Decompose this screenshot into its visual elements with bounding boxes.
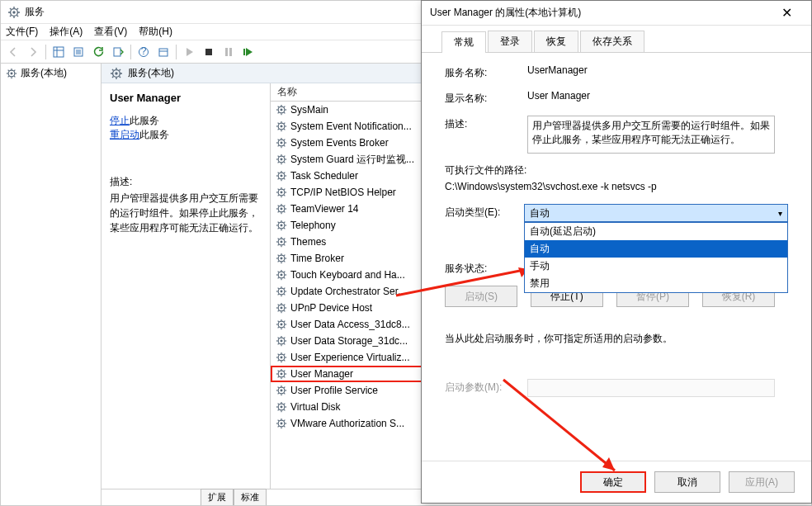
opt-disabled[interactable]: 禁用 — [525, 275, 787, 292]
svg-rect-20 — [159, 49, 168, 56]
tab-standard[interactable]: 标准 — [234, 489, 267, 505]
service-name: UPnP Device Host — [290, 302, 372, 314]
restart-link[interactable]: 重启动 — [110, 129, 139, 140]
gear-icon — [276, 187, 287, 198]
service-name: System Event Notification... — [290, 121, 412, 132]
close-icon[interactable]: ✕ — [770, 5, 803, 21]
gear-icon — [276, 104, 287, 116]
gear-icon — [276, 253, 287, 264]
service-name: User Profile Service — [290, 385, 378, 396]
gear-icon — [276, 154, 287, 165]
dialog-tabs: 常规 登录 恢复 依存关系 — [422, 26, 811, 53]
tab-logon[interactable]: 登录 — [488, 31, 532, 52]
apply-button: 应用(A) — [729, 471, 795, 493]
desc-label: 描述: — [445, 116, 527, 131]
start-param-input — [527, 379, 775, 397]
param-label: 启动参数(M): — [445, 379, 527, 395]
window-title: 服务 — [25, 5, 45, 19]
description-label: 描述: — [110, 175, 262, 189]
service-name: Themes — [290, 236, 326, 248]
export-button[interactable] — [109, 43, 127, 61]
service-name: TeamViewer 14 — [290, 203, 359, 215]
stop-service-button[interactable] — [200, 43, 218, 61]
gear-icon — [276, 302, 287, 314]
gear-icon — [276, 401, 287, 413]
menu-view[interactable]: 查看(V) — [94, 25, 127, 39]
app-icon — [7, 6, 21, 19]
dialog-titlebar[interactable]: User Manager 的属性(本地计算机) ✕ — [422, 1, 811, 26]
gear-icon — [110, 67, 123, 80]
tree-root-label: 服务(本地) — [21, 66, 67, 80]
disp-name-label: 显示名称: — [445, 90, 527, 106]
stop-link[interactable]: 停止 — [110, 115, 130, 126]
gear-icon — [6, 68, 17, 79]
tab-recovery[interactable]: 恢复 — [534, 31, 578, 52]
tree-root-item[interactable]: 服务(本地) — [1, 65, 101, 81]
restart-service-button[interactable] — [239, 43, 257, 61]
gear-icon — [276, 236, 287, 248]
disp-name-value: User Manager — [527, 90, 788, 102]
stop-suffix: 此服务 — [130, 115, 159, 126]
service-name: Virtual Disk — [290, 401, 340, 413]
menu-action[interactable]: 操作(A) — [50, 25, 83, 39]
service-name: Task Scheduler — [290, 170, 358, 182]
service-name: VMware Authorization S... — [290, 418, 404, 429]
gear-icon — [276, 269, 287, 281]
refresh-button[interactable] — [89, 43, 107, 61]
tab-dependencies[interactable]: 依存关系 — [580, 31, 644, 52]
description-text: 用户管理器提供多用户交互所需要的运行时组件。如果停止此服务，某些应用程序可能无法… — [110, 191, 262, 235]
startup-selected: 自动 — [530, 206, 550, 220]
opt-manual[interactable]: 手动 — [525, 258, 787, 275]
svg-rect-10 — [54, 47, 64, 57]
service-name: Telephony — [290, 220, 336, 231]
desc-textbox[interactable]: 用户管理器提供多用户交互所需要的运行时组件。如果停止此服务，某些应用程序可能无法… — [527, 116, 775, 154]
startup-dropdown: 自动(延迟启动) 自动 手动 禁用 — [524, 222, 788, 293]
exe-path-value: C:\Windows\system32\svchost.exe -k netsv… — [445, 181, 788, 192]
svg-rect-22 — [205, 49, 212, 55]
content-header-label: 服务(本地) — [128, 66, 174, 80]
gear-icon — [276, 418, 287, 429]
gear-icon — [276, 335, 287, 347]
calendar-button[interactable] — [154, 43, 172, 61]
startup-type-select[interactable]: 自动 ▾ 自动(延迟启动) 自动 手动 禁用 — [524, 204, 788, 222]
gear-icon — [276, 286, 287, 297]
service-name: Touch Keyboard and Ha... — [290, 269, 405, 281]
restart-suffix: 此服务 — [139, 129, 169, 140]
tab-extended[interactable]: 扩展 — [201, 489, 234, 505]
help-button[interactable]: ? — [135, 43, 153, 61]
chevron-down-icon: ▾ — [778, 209, 782, 218]
gear-icon — [276, 121, 287, 132]
svg-rect-24 — [229, 48, 232, 56]
service-name: User Data Storage_31dc... — [290, 335, 408, 347]
service-name: Update Orchestrator Ser... — [290, 286, 406, 297]
pause-service-button — [220, 43, 238, 61]
exe-path-label: 可执行文件的路径: — [445, 163, 788, 177]
gear-icon — [276, 368, 287, 380]
svg-rect-17 — [114, 48, 120, 56]
service-name: Time Broker — [290, 253, 344, 264]
opt-auto[interactable]: 自动 — [525, 240, 787, 258]
service-name: SysMain — [290, 104, 328, 116]
start-param-note: 当从此处启动服务时，你可指定所适用的启动参数。 — [445, 332, 788, 346]
svg-text:?: ? — [141, 46, 147, 57]
service-name: System Guard 运行时监视... — [290, 153, 414, 167]
menu-help[interactable]: 帮助(H) — [139, 25, 172, 39]
state-label: 服务状态: — [445, 260, 527, 276]
gear-icon — [276, 319, 287, 330]
gear-icon — [276, 220, 287, 231]
properties-dialog: User Manager 的属性(本地计算机) ✕ 常规 登录 恢复 依存关系 … — [421, 0, 812, 504]
tab-general[interactable]: 常规 — [441, 31, 486, 53]
opt-auto-delayed[interactable]: 自动(延迟启动) — [525, 223, 787, 240]
start-button: 启动(S) — [445, 286, 517, 307]
detail-view-button[interactable] — [50, 43, 68, 61]
gear-icon — [276, 170, 287, 182]
gear-icon — [276, 203, 287, 215]
forward-button — [24, 43, 42, 61]
cancel-button[interactable]: 取消 — [654, 471, 720, 493]
start-service-button — [180, 43, 198, 61]
service-name: System Events Broker — [290, 137, 389, 149]
properties-button[interactable] — [69, 43, 87, 61]
service-detail-pane: User Manager 停止此服务 重启动此服务 描述: 用户管理器提供多用户… — [102, 83, 271, 489]
menu-file[interactable]: 文件(F) — [6, 25, 38, 39]
ok-button[interactable]: 确定 — [580, 471, 646, 493]
